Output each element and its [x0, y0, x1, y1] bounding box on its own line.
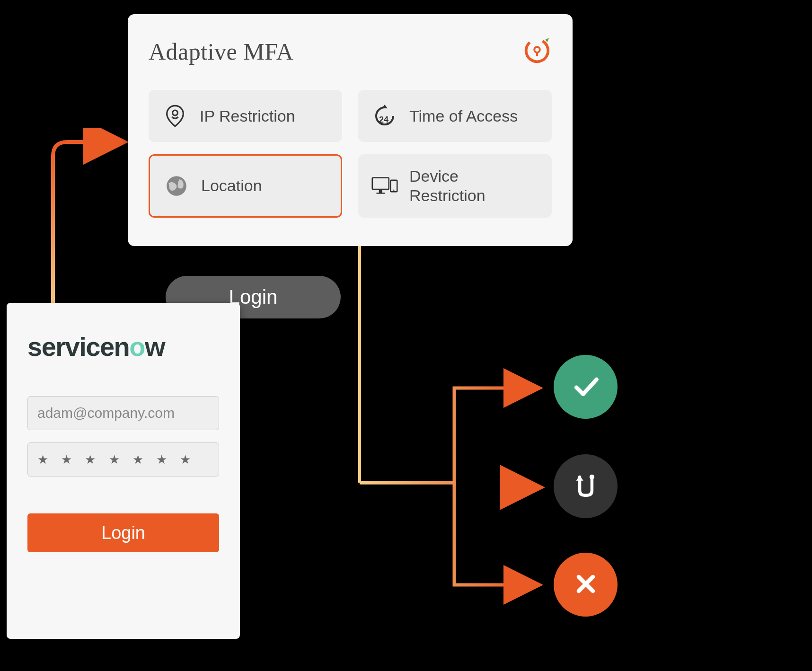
- check-icon: [570, 370, 602, 404]
- time-24-icon: 24: [371, 103, 398, 129]
- result-allow: [554, 355, 618, 419]
- devices-icon: [371, 173, 398, 199]
- svg-rect-6: [372, 177, 389, 189]
- map-pin-icon: [162, 103, 188, 129]
- mfa-option-location[interactable]: Location: [149, 154, 342, 218]
- email-field[interactable]: adam@company.com: [27, 396, 219, 430]
- servicenow-logo: servicenow: [27, 331, 219, 362]
- adaptive-mfa-card: Adaptive MFA IP Restriction: [128, 14, 573, 246]
- result-challenge: [554, 454, 618, 518]
- route-icon: [571, 471, 600, 502]
- mfa-option-ip-restriction[interactable]: IP Restriction: [149, 90, 342, 142]
- connector-mfa-to-results: [350, 246, 558, 606]
- email-value: adam@company.com: [37, 405, 175, 421]
- mfa-option-label: Time of Access: [409, 106, 518, 126]
- x-icon: [572, 570, 600, 600]
- miniorange-logo-icon: [522, 36, 552, 67]
- svg-point-11: [589, 474, 594, 479]
- login-button[interactable]: Login: [27, 513, 219, 552]
- password-field[interactable]: ★ ★ ★ ★ ★ ★ ★: [27, 442, 219, 477]
- logo-text-o: o: [129, 331, 145, 362]
- mfa-option-label: Location: [201, 176, 262, 195]
- svg-rect-2: [536, 52, 538, 56]
- mfa-option-device-restriction[interactable]: Device Restriction: [358, 154, 552, 218]
- password-mask: ★ ★ ★ ★ ★ ★ ★: [37, 452, 195, 467]
- connector-login-to-mfa: [43, 128, 128, 327]
- logo-text-prefix: servicen: [27, 332, 129, 362]
- svg-rect-8: [377, 193, 385, 194]
- servicenow-login-card: servicenow adam@company.com ★ ★ ★ ★ ★ ★ …: [7, 303, 240, 639]
- svg-rect-7: [379, 190, 382, 193]
- mfa-option-label: IP Restriction: [200, 106, 295, 126]
- result-deny: [554, 553, 618, 617]
- mfa-option-time-of-access[interactable]: 24 Time of Access: [358, 90, 552, 142]
- mfa-option-label: Device Restriction: [409, 167, 538, 205]
- logo-text-suffix: w: [145, 332, 165, 362]
- svg-point-10: [393, 189, 395, 191]
- globe-icon: [163, 173, 190, 199]
- svg-point-3: [173, 110, 178, 115]
- mfa-title: Adaptive MFA: [149, 38, 293, 65]
- svg-text:24: 24: [379, 115, 388, 124]
